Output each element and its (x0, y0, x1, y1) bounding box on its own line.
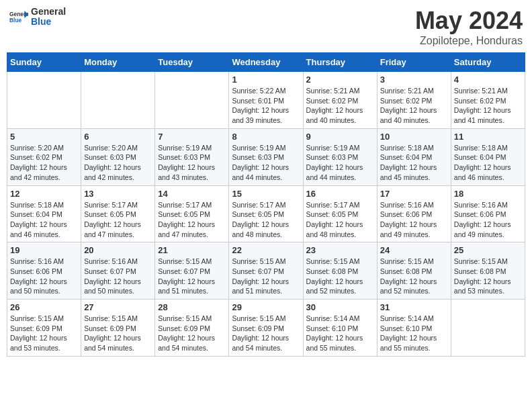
day-number: 18 (454, 189, 522, 199)
col-monday: Monday (81, 53, 155, 72)
day-number: 22 (232, 245, 300, 255)
calendar-week-2: 5Sunrise: 5:20 AMSunset: 6:02 PMDaylight… (7, 128, 525, 185)
logo-blue-text: Blue (31, 16, 51, 27)
table-cell: 29Sunrise: 5:15 AMSunset: 6:09 PMDayligh… (229, 300, 303, 357)
table-cell: 6Sunrise: 5:20 AMSunset: 6:03 PMDaylight… (81, 128, 155, 185)
table-cell: 7Sunrise: 5:19 AMSunset: 6:03 PMDaylight… (155, 128, 229, 185)
col-friday: Friday (377, 53, 451, 72)
day-number: 8 (232, 132, 300, 142)
table-cell: 31Sunrise: 5:14 AMSunset: 6:10 PMDayligh… (377, 300, 451, 357)
day-info: Sunrise: 5:21 AMSunset: 6:02 PMDaylight:… (306, 86, 374, 126)
day-number: 25 (454, 245, 522, 255)
day-number: 6 (84, 132, 152, 142)
table-cell: 12Sunrise: 5:18 AMSunset: 6:04 PMDayligh… (7, 185, 81, 242)
day-info: Sunrise: 5:19 AMSunset: 6:03 PMDaylight:… (158, 143, 226, 183)
day-number: 14 (158, 189, 226, 199)
table-cell: 5Sunrise: 5:20 AMSunset: 6:02 PMDaylight… (7, 128, 81, 185)
day-number: 12 (10, 189, 78, 199)
table-cell: 20Sunrise: 5:16 AMSunset: 6:07 PMDayligh… (81, 242, 155, 300)
calendar-week-3: 12Sunrise: 5:18 AMSunset: 6:04 PMDayligh… (7, 185, 525, 242)
table-cell: 25Sunrise: 5:15 AMSunset: 6:08 PMDayligh… (451, 242, 525, 300)
table-cell: 11Sunrise: 5:18 AMSunset: 6:04 PMDayligh… (451, 128, 525, 185)
col-sunday: Sunday (7, 53, 81, 72)
table-cell: 23Sunrise: 5:15 AMSunset: 6:08 PMDayligh… (303, 242, 377, 300)
day-info: Sunrise: 5:21 AMSunset: 6:02 PMDaylight:… (380, 86, 448, 126)
calendar-week-4: 19Sunrise: 5:16 AMSunset: 6:06 PMDayligh… (7, 242, 525, 300)
table-cell (81, 72, 155, 129)
day-info: Sunrise: 5:18 AMSunset: 6:04 PMDaylight:… (380, 143, 448, 183)
table-cell: 13Sunrise: 5:17 AMSunset: 6:05 PMDayligh… (81, 185, 155, 242)
table-cell: 14Sunrise: 5:17 AMSunset: 6:05 PMDayligh… (155, 185, 229, 242)
table-cell: 16Sunrise: 5:17 AMSunset: 6:05 PMDayligh… (303, 185, 377, 242)
day-number: 15 (232, 189, 300, 199)
table-cell: 17Sunrise: 5:16 AMSunset: 6:06 PMDayligh… (377, 185, 451, 242)
day-number: 28 (158, 302, 226, 312)
day-number: 24 (380, 245, 448, 255)
table-cell: 19Sunrise: 5:16 AMSunset: 6:06 PMDayligh… (7, 242, 81, 300)
table-cell: 10Sunrise: 5:18 AMSunset: 6:04 PMDayligh… (377, 128, 451, 185)
table-cell: 24Sunrise: 5:15 AMSunset: 6:08 PMDayligh… (377, 242, 451, 300)
day-number: 2 (306, 75, 374, 85)
table-cell: 28Sunrise: 5:15 AMSunset: 6:09 PMDayligh… (155, 300, 229, 357)
logo: General Blue General Blue (9, 7, 66, 28)
page-header: General Blue General Blue May 2024 Zopil… (7, 7, 525, 47)
day-info: Sunrise: 5:15 AMSunset: 6:08 PMDaylight:… (380, 257, 448, 296)
day-number: 10 (380, 132, 448, 142)
logo-general-text: General (31, 6, 66, 17)
col-thursday: Thursday (303, 53, 377, 72)
day-info: Sunrise: 5:21 AMSunset: 6:02 PMDaylight:… (454, 86, 522, 126)
col-wednesday: Wednesday (229, 53, 303, 72)
day-info: Sunrise: 5:16 AMSunset: 6:06 PMDaylight:… (454, 200, 522, 240)
calendar-table: Sunday Monday Tuesday Wednesday Thursday… (7, 52, 525, 357)
table-cell: 26Sunrise: 5:15 AMSunset: 6:09 PMDayligh… (7, 300, 81, 357)
day-number: 13 (84, 189, 152, 199)
logo-icon: General Blue (9, 9, 28, 24)
table-cell: 9Sunrise: 5:19 AMSunset: 6:03 PMDaylight… (303, 128, 377, 185)
day-info: Sunrise: 5:19 AMSunset: 6:03 PMDaylight:… (306, 143, 374, 183)
day-info: Sunrise: 5:17 AMSunset: 6:05 PMDaylight:… (306, 200, 374, 240)
table-cell: 21Sunrise: 5:15 AMSunset: 6:07 PMDayligh… (155, 242, 229, 300)
table-cell: 27Sunrise: 5:15 AMSunset: 6:09 PMDayligh… (81, 300, 155, 357)
day-info: Sunrise: 5:15 AMSunset: 6:07 PMDaylight:… (232, 257, 300, 296)
day-info: Sunrise: 5:15 AMSunset: 6:08 PMDaylight:… (454, 257, 522, 296)
day-info: Sunrise: 5:17 AMSunset: 6:05 PMDaylight:… (158, 200, 226, 240)
table-cell: 3Sunrise: 5:21 AMSunset: 6:02 PMDaylight… (377, 72, 451, 129)
day-info: Sunrise: 5:17 AMSunset: 6:05 PMDaylight:… (84, 200, 152, 240)
day-info: Sunrise: 5:19 AMSunset: 6:03 PMDaylight:… (232, 143, 300, 183)
table-cell: 22Sunrise: 5:15 AMSunset: 6:07 PMDayligh… (229, 242, 303, 300)
table-cell (155, 72, 229, 129)
table-cell (7, 72, 81, 129)
calendar-week-1: 1Sunrise: 5:22 AMSunset: 6:01 PMDaylight… (7, 72, 525, 129)
location: Zopilotepe, Honduras (415, 35, 523, 47)
day-info: Sunrise: 5:14 AMSunset: 6:10 PMDaylight:… (380, 314, 448, 353)
col-saturday: Saturday (451, 53, 525, 72)
day-info: Sunrise: 5:22 AMSunset: 6:01 PMDaylight:… (232, 86, 300, 126)
table-cell: 30Sunrise: 5:14 AMSunset: 6:10 PMDayligh… (303, 300, 377, 357)
table-cell: 8Sunrise: 5:19 AMSunset: 6:03 PMDaylight… (229, 128, 303, 185)
day-number: 3 (380, 75, 448, 85)
day-info: Sunrise: 5:15 AMSunset: 6:07 PMDaylight:… (158, 257, 226, 296)
day-info: Sunrise: 5:20 AMSunset: 6:03 PMDaylight:… (84, 143, 152, 183)
month-title: May 2024 (415, 7, 523, 35)
day-number: 7 (158, 132, 226, 142)
day-number: 21 (158, 245, 226, 255)
svg-text:Blue: Blue (9, 17, 21, 24)
day-info: Sunrise: 5:20 AMSunset: 6:02 PMDaylight:… (10, 143, 78, 183)
calendar-week-5: 26Sunrise: 5:15 AMSunset: 6:09 PMDayligh… (7, 300, 525, 357)
day-number: 31 (380, 302, 448, 312)
day-info: Sunrise: 5:15 AMSunset: 6:08 PMDaylight:… (306, 257, 374, 296)
day-info: Sunrise: 5:14 AMSunset: 6:10 PMDaylight:… (306, 314, 374, 353)
table-cell (451, 300, 525, 357)
day-number: 1 (232, 75, 300, 85)
day-info: Sunrise: 5:16 AMSunset: 6:06 PMDaylight:… (380, 200, 448, 240)
day-number: 11 (454, 132, 522, 142)
day-number: 30 (306, 302, 374, 312)
title-block: May 2024 Zopilotepe, Honduras (415, 7, 523, 47)
col-tuesday: Tuesday (155, 53, 229, 72)
day-number: 4 (454, 75, 522, 85)
table-cell: 2Sunrise: 5:21 AMSunset: 6:02 PMDaylight… (303, 72, 377, 129)
day-number: 9 (306, 132, 374, 142)
day-number: 27 (84, 302, 152, 312)
day-number: 29 (232, 302, 300, 312)
day-number: 19 (10, 245, 78, 255)
